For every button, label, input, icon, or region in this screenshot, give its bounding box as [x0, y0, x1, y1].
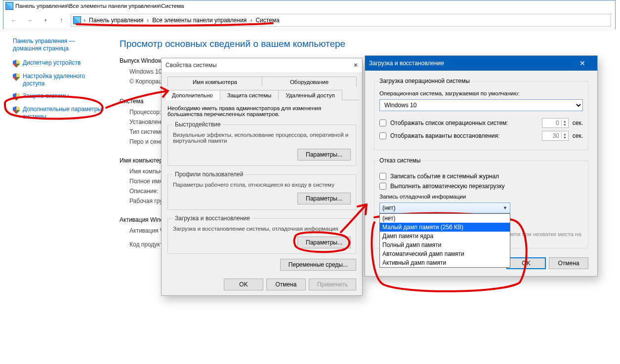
nav-recent-dropdown[interactable]: ▾ — [39, 14, 52, 27]
chevron-right-icon[interactable]: › — [145, 17, 150, 24]
combo-option[interactable]: Малый дамп памяти (256 КВ) — [380, 223, 510, 232]
chevron-right-icon[interactable]: › — [248, 17, 253, 24]
ok-button[interactable]: OK — [506, 257, 546, 269]
sidebar-link-label: Защита системы — [23, 92, 69, 100]
group-performance-title: Быстродействие — [173, 121, 223, 128]
tab-row-2: Дополнительно Защита системы Удаленный д… — [165, 86, 359, 100]
sidebar-link-label: Дополнительные параметры системы — [23, 106, 103, 121]
performance-settings-button[interactable]: Параметры... — [297, 149, 351, 161]
dialog-startup-recovery: Загрузка и восстановление ✕ Загрузка опе… — [365, 55, 598, 277]
group-startup-title: Загрузка и восстановление — [173, 215, 252, 222]
tab-hardware[interactable]: Оборудование — [262, 77, 357, 87]
tab-advanced[interactable]: Дополнительно — [165, 90, 220, 100]
group-profiles-title: Профили пользователей — [173, 171, 245, 178]
cancel-button[interactable]: Отмена — [549, 257, 588, 269]
unit-label: сек. — [573, 120, 583, 126]
apply-button[interactable]: Применить — [309, 279, 356, 290]
breadcrumb-item-1[interactable]: Все элементы панели управления — [151, 16, 248, 24]
combo-selected-value: (нет) — [382, 204, 395, 211]
nav-forward-button[interactable]: → — [23, 14, 36, 27]
shield-icon — [13, 73, 20, 81]
sidebar-link-device-manager[interactable]: Диспетчер устройств — [13, 59, 103, 68]
nav-up-button[interactable]: ↑ — [55, 14, 68, 27]
combo-option[interactable]: Дамп памяти ядра — [380, 232, 510, 241]
spinner-input[interactable] — [542, 119, 561, 127]
breadcrumb-item-2[interactable]: Система — [254, 16, 280, 24]
startup-settings-button[interactable]: Параметры... — [297, 237, 351, 248]
combo-dropdown-list: (нет) Малый дамп памяти (256 КВ) Дамп па… — [379, 213, 510, 268]
checkbox-show-os-list[interactable] — [379, 120, 386, 126]
combo-option[interactable]: Активный дамп памяти — [380, 258, 510, 267]
group-os-boot-title: Загрузка операционной системы — [379, 78, 470, 84]
profiles-settings-button[interactable]: Параметры... — [297, 193, 351, 204]
window-title: Панель управления\Все элементы панели уп… — [15, 3, 613, 9]
combo-option[interactable]: Автоматический дамп памяти — [380, 249, 510, 258]
checkbox-show-recovery[interactable] — [379, 132, 386, 139]
profiles-desc: Параметры рабочего стола, относящиеся ко… — [173, 182, 351, 188]
group-startup-recovery: Загрузка и восстановление Загрузка и вос… — [167, 215, 356, 254]
unit-label: сек. — [573, 132, 583, 139]
sidebar-link-protection[interactable]: Защита системы — [13, 92, 103, 101]
sidebar-home-link[interactable]: Панель управления — домашняя страница — [13, 38, 103, 52]
checkbox-write-event-label: Записать событие в системный журнал — [390, 173, 499, 180]
env-vars-button[interactable]: Переменные среды... — [280, 259, 356, 271]
tab-computer-name[interactable]: Имя компьютера — [167, 77, 262, 87]
checkbox-show-recovery-label: Отображать варианты восстановления: — [390, 132, 538, 139]
nav-bar: ← → ▾ ↑ › Панель управления › Все элемен… — [3, 11, 615, 29]
page-heading: Просмотр основных сведений о вашем компь… — [120, 39, 606, 49]
spinner-recovery-seconds[interactable]: ▲▼ — [542, 131, 569, 141]
combo-option[interactable]: Полный дамп памяти — [380, 241, 510, 249]
dialog-title: Свойства системы — [165, 62, 353, 69]
combo-option[interactable]: (нет) — [380, 214, 510, 223]
shield-icon — [13, 60, 20, 68]
sidebar: Панель управления — домашняя страница Ди… — [3, 30, 110, 251]
shield-icon — [13, 106, 20, 114]
group-os-boot: Загрузка операционной системы Операционн… — [374, 78, 588, 150]
spinner-input[interactable] — [542, 131, 561, 140]
admin-note: Необходимо иметь права администратора дл… — [167, 105, 356, 117]
checkbox-show-os-list-label: Отображать список операционных систем: — [390, 120, 538, 126]
dialog-button-row: OK Отмена Применить — [162, 276, 362, 295]
tab-row-1: Имя компьютера Оборудование — [165, 72, 359, 86]
dialog2-title: Загрузка и восстановление — [369, 60, 570, 67]
shield-icon — [13, 93, 20, 101]
checkbox-write-event[interactable] — [379, 173, 386, 180]
dialog2-titlebar[interactable]: Загрузка и восстановление ✕ — [365, 56, 597, 71]
sidebar-link-label: Диспетчер устройств — [23, 59, 81, 67]
ok-button[interactable]: OK — [224, 279, 263, 290]
group-system-failure-title: Отказ системы — [379, 157, 420, 164]
sidebar-link-remote[interactable]: Настройка удаленного доступа — [13, 73, 103, 87]
dialog-body: Необходимо иметь права администратора дл… — [162, 100, 362, 276]
tab-protection[interactable]: Защита системы — [220, 90, 279, 100]
close-icon[interactable]: ✕ — [353, 62, 358, 69]
startup-desc: Загрузка и восстановление системы, отлад… — [173, 226, 351, 232]
chevron-down-icon: ▼ — [503, 205, 507, 210]
cancel-button[interactable]: Отмена — [266, 279, 306, 290]
tab-remote[interactable]: Удаленный доступ — [278, 90, 342, 100]
checkbox-auto-restart[interactable] — [379, 183, 386, 190]
sidebar-link-advanced[interactable]: Дополнительные параметры системы — [13, 106, 103, 121]
close-button[interactable]: ✕ — [572, 56, 593, 71]
checkbox-auto-restart-label: Выполнить автоматическую перезагрузку — [390, 183, 505, 190]
breadcrumb-icon — [73, 16, 81, 24]
breadcrumb[interactable]: › Панель управления › Все элементы панел… — [71, 14, 611, 27]
dump-info-label: Запись отладочной информации — [379, 194, 583, 200]
default-os-select[interactable]: Windows 10 — [379, 99, 583, 111]
dialog-titlebar[interactable]: Свойства системы ✕ — [162, 58, 362, 72]
main-window-titlebar: Панель управления\Все элементы панели уп… — [3, 0, 615, 11]
spinner-os-list-seconds[interactable]: ▲▼ — [542, 118, 569, 128]
group-performance: Быстродействие Визуальные эффекты, испол… — [167, 121, 356, 166]
dialog-system-properties: Свойства системы ✕ Имя компьютера Оборуд… — [161, 58, 363, 296]
breadcrumb-item-0[interactable]: Панель управления — [88, 16, 144, 24]
default-os-label: Операционная система, загружаемая по умо… — [379, 90, 583, 96]
control-panel-icon — [5, 2, 13, 10]
performance-desc: Визуальные эффекты, использование процес… — [173, 132, 351, 144]
group-profiles: Профили пользователей Параметры рабочего… — [167, 171, 356, 210]
sidebar-link-label: Настройка удаленного доступа — [23, 73, 103, 87]
nav-back-button[interactable]: ← — [7, 14, 20, 27]
group-system-failure: Отказ системы Записать событие в системн… — [374, 157, 588, 248]
dump-type-combo[interactable]: (нет) ▼ (нет) Малый дамп памяти (256 КВ)… — [379, 202, 510, 213]
dialog2-body: Загрузка операционной системы Операционн… — [365, 71, 597, 276]
chevron-right-icon[interactable]: › — [82, 17, 87, 24]
